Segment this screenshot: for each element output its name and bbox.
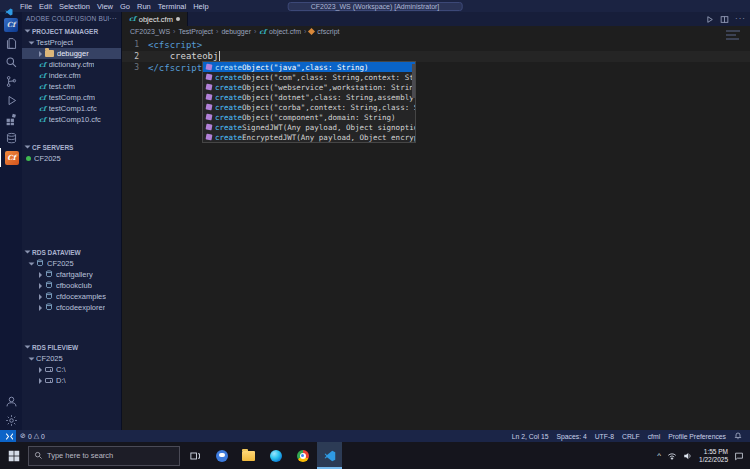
network-icon[interactable] bbox=[667, 451, 677, 461]
run-debug-icon[interactable] bbox=[0, 91, 22, 110]
remote-indicator[interactable] bbox=[0, 430, 16, 442]
tree-item-datasource[interactable]: cfbookclub bbox=[22, 280, 121, 291]
taskbar-search[interactable]: Type here to search bbox=[28, 446, 180, 466]
eol-selector[interactable]: CRLF bbox=[618, 433, 644, 440]
tree-item-rds-root[interactable]: CF2025 bbox=[22, 258, 121, 269]
bell-icon[interactable] bbox=[730, 432, 746, 440]
desktop: File Edit Selection View Go Run Terminal… bbox=[0, 0, 750, 469]
edge-icon[interactable] bbox=[263, 442, 288, 469]
titlebar: File Edit Selection View Go Run Terminal… bbox=[0, 0, 750, 12]
problems-indicator[interactable]: ⊘0 △0 bbox=[16, 432, 49, 440]
window-title[interactable]: CF2023_WS (Workspace) [Administrator] bbox=[288, 2, 463, 11]
tray-chevron-icon[interactable]: ^ bbox=[657, 451, 661, 460]
menu-run[interactable]: Run bbox=[137, 2, 151, 11]
menu-selection[interactable]: Selection bbox=[59, 2, 90, 11]
menu-file[interactable]: File bbox=[20, 2, 32, 11]
tree-item-drive[interactable]: D:\ bbox=[22, 375, 121, 386]
run-file-icon[interactable] bbox=[705, 10, 714, 28]
tree-item-datasource[interactable]: cfartgallery bbox=[22, 269, 121, 280]
file-explorer-icon[interactable] bbox=[236, 442, 261, 469]
scrollbar[interactable] bbox=[412, 64, 415, 98]
breadcrumb[interactable]: CF2023_WS › TestProject › debugger › cf … bbox=[122, 26, 750, 37]
suggestion-item[interactable]: createSignedJWT(Any payload, Object sign… bbox=[203, 122, 415, 132]
chat-icon[interactable] bbox=[209, 442, 234, 469]
tree-item-debugger[interactable]: debugger bbox=[22, 48, 121, 59]
drive-icon bbox=[45, 367, 53, 372]
menu-edit[interactable]: Edit bbox=[39, 2, 52, 11]
tab-object-cfm[interactable]: cf object.cfm bbox=[122, 12, 188, 26]
section-cf-servers[interactable]: CF SERVERS bbox=[22, 141, 121, 153]
search-icon[interactable] bbox=[0, 53, 22, 72]
settings-gear-icon[interactable] bbox=[0, 411, 22, 430]
sidebar-title: ADOBE COLDFUSION BUIL... bbox=[26, 15, 109, 22]
folder-icon bbox=[45, 50, 54, 57]
profile-preferences[interactable]: Profile Preferences bbox=[664, 433, 730, 440]
coldfusion-icon[interactable]: Cf bbox=[0, 148, 22, 167]
more-actions-icon[interactable]: ··· bbox=[735, 16, 746, 22]
tree-item-file[interactable]: cf dictionary.cfm bbox=[22, 59, 121, 70]
chevron-right-icon: › bbox=[173, 28, 175, 35]
suggestion-item[interactable]: createObject("dotnet",class: String,asse… bbox=[203, 92, 415, 102]
explorer-icon[interactable] bbox=[0, 34, 22, 53]
suggestion-item[interactable]: createObject("corba",context: String,cla… bbox=[203, 102, 415, 112]
extensions-icon[interactable] bbox=[0, 110, 22, 129]
volume-icon[interactable] bbox=[683, 451, 693, 461]
source-control-icon[interactable] bbox=[0, 72, 22, 91]
menu-terminal[interactable]: Terminal bbox=[158, 2, 186, 11]
tree-item-file[interactable]: cf testComp1.cfc bbox=[22, 103, 121, 114]
menu-help[interactable]: Help bbox=[193, 2, 208, 11]
section-rds-fileview[interactable]: RDS FILEVIEW bbox=[22, 341, 121, 353]
method-icon bbox=[206, 64, 213, 71]
vscode-icon[interactable] bbox=[317, 442, 342, 469]
chevron-right-icon: › bbox=[216, 28, 218, 35]
chrome-icon[interactable] bbox=[290, 442, 315, 469]
start-button[interactable] bbox=[0, 442, 28, 469]
tree-item-server[interactable]: CF2025 bbox=[22, 153, 121, 164]
warning-icon: △ bbox=[34, 432, 39, 440]
cf-file-icon: cf bbox=[129, 15, 136, 23]
tree-item-file[interactable]: cf index.cfm bbox=[22, 70, 121, 81]
cursor-position[interactable]: Ln 2, Col 15 bbox=[508, 433, 553, 440]
drive-icon bbox=[45, 378, 53, 383]
encoding[interactable]: UTF-8 bbox=[591, 433, 618, 440]
more-actions-icon[interactable]: ··· bbox=[109, 14, 117, 23]
status-bar: ⊘0 △0 Ln 2, Col 15 Spaces: 4 UTF-8 CRLF … bbox=[0, 430, 750, 442]
tree-item-datasource[interactable]: cfdocexamples bbox=[22, 291, 121, 302]
task-view-icon[interactable] bbox=[182, 442, 207, 469]
account-icon[interactable] bbox=[0, 392, 22, 411]
suggestion-item[interactable]: createObject("webservice",workstation: S… bbox=[203, 82, 415, 92]
chevron-right-icon bbox=[39, 51, 42, 57]
tree-item-file[interactable]: cf testComp10.cfc bbox=[22, 114, 121, 125]
database-icon bbox=[45, 303, 53, 313]
suggestion-item[interactable]: createEncryptedJWT(Any payload, Object e… bbox=[203, 132, 415, 142]
rds-database-icon[interactable] bbox=[0, 129, 22, 148]
minimap[interactable] bbox=[726, 30, 748, 42]
taskbar-clock[interactable]: 1:55 PM 1/22/2025 bbox=[699, 448, 728, 463]
section-project-manager[interactable]: PROJECT MANAGER bbox=[22, 25, 121, 37]
tree-item-file[interactable]: cf testComp.cfm bbox=[22, 92, 121, 103]
method-icon bbox=[206, 74, 213, 81]
menu-go[interactable]: Go bbox=[120, 2, 130, 11]
method-icon bbox=[206, 104, 213, 111]
notification-center-icon[interactable] bbox=[734, 451, 744, 461]
tree-item-drive[interactable]: C:\ bbox=[22, 364, 121, 375]
suggestion-item[interactable]: createObject("com",class: String,context… bbox=[203, 72, 415, 82]
tree-item-testproject[interactable]: TestProject bbox=[22, 37, 121, 48]
tree-item-file[interactable]: cf test.cfm bbox=[22, 81, 121, 92]
method-icon bbox=[206, 124, 213, 131]
tree-item-rds-file-root[interactable]: CF2025 bbox=[22, 353, 121, 364]
text-cursor bbox=[219, 51, 220, 61]
split-editor-icon[interactable] bbox=[720, 10, 729, 28]
cf-file-icon: cf bbox=[259, 28, 266, 36]
language-mode[interactable]: cfml bbox=[644, 433, 664, 440]
chevron-right-icon bbox=[39, 367, 42, 373]
section-rds-dataview[interactable]: RDS DATAVIEW bbox=[22, 246, 121, 258]
menu-view[interactable]: View bbox=[97, 2, 113, 11]
suggestion-item-selected[interactable]: createObject("java",class: String) bbox=[203, 62, 415, 72]
modified-dot[interactable] bbox=[176, 17, 180, 21]
chevron-right-icon bbox=[39, 283, 42, 289]
tree-item-datasource[interactable]: cfcodeexplorer bbox=[22, 302, 121, 313]
indentation[interactable]: Spaces: 4 bbox=[552, 433, 590, 440]
suggestion-item[interactable]: createObject("component",domain: String) bbox=[203, 112, 415, 122]
chevron-right-icon: › bbox=[304, 28, 306, 35]
